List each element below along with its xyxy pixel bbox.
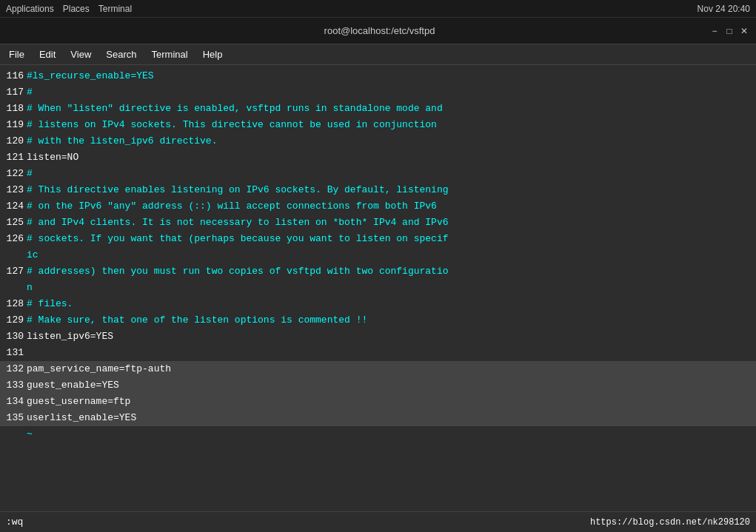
line-text: # listens on IPv4 sockets. This directiv…: [27, 117, 756, 133]
sysbar-places[interactable]: Places: [63, 4, 90, 14]
line-text: # Make sure, that one of the listen opti…: [27, 312, 756, 329]
line-number: 125: [0, 215, 27, 231]
terminal-line: 129# Make sure, that one of the listen o…: [0, 312, 756, 329]
menu-edit[interactable]: Edit: [33, 47, 61, 61]
sysbar-terminal-menu[interactable]: Terminal: [98, 4, 132, 14]
close-button[interactable]: ✕: [738, 25, 750, 37]
terminal-line: 127# addresses) then you must run two co…: [0, 263, 756, 280]
menu-terminal[interactable]: Terminal: [146, 47, 194, 61]
terminal-line: 119# listens on IPv4 sockets. This direc…: [0, 117, 756, 133]
statusbar: :wq https://blog.csdn.net/nk298120: [0, 511, 756, 532]
line-number: 133: [0, 377, 27, 394]
line-number: 124: [0, 198, 27, 215]
menu-search[interactable]: Search: [100, 47, 142, 61]
terminal-line: 116#ls_recurse_enable=YES: [0, 68, 756, 84]
menu-view[interactable]: View: [64, 47, 97, 61]
line-number: 118: [0, 101, 27, 117]
minimize-button[interactable]: −: [709, 25, 720, 37]
line-text: # addresses) then you must run two copie…: [27, 263, 756, 280]
terminal-line: 131: [0, 345, 756, 361]
titlebar-controls[interactable]: − □ ✕: [709, 25, 750, 37]
terminal-line: 121listen=NO: [0, 149, 756, 166]
terminal-line: 133guest_enable=YES: [0, 377, 756, 394]
line-number: 128: [0, 296, 27, 312]
line-number: 135: [0, 410, 27, 426]
terminal-line: 117#: [0, 84, 756, 101]
line-number: 117: [0, 84, 27, 101]
line-number: 130: [0, 329, 27, 345]
line-text: #: [27, 84, 756, 101]
line-number: 129: [0, 312, 27, 329]
status-url: https://blog.csdn.net/nk298120: [590, 517, 750, 528]
line-text: listen=NO: [27, 149, 756, 166]
line-number: 131: [0, 345, 27, 361]
line-text: n: [27, 280, 756, 296]
terminal-line: 120# with the listen_ipv6 directive.: [0, 133, 756, 149]
terminal-line: 135userlist_enable=YES: [0, 410, 756, 426]
terminal-line: 125# and IPv4 clients. It is not necessa…: [0, 215, 756, 231]
sysbar-apps[interactable]: Applications: [6, 4, 54, 14]
line-number: 122: [0, 166, 27, 182]
line-text: [27, 345, 756, 361]
line-text: userlist_enable=YES: [27, 410, 756, 426]
terminal-line: n: [0, 280, 756, 296]
titlebar-title: root@localhost:/etc/vsftpd: [50, 25, 709, 36]
terminal-line: 123# This directive enables listening on…: [0, 182, 756, 198]
terminal-line: ~: [0, 426, 756, 442]
terminal-line: ic: [0, 247, 756, 263]
menu-file[interactable]: File: [3, 47, 30, 61]
terminal-line: 128# files.: [0, 296, 756, 312]
line-text: # and IPv4 clients. It is not necessary …: [27, 215, 756, 231]
line-text: ic: [27, 247, 756, 263]
system-bar: Applications Places Terminal Nov 24 20:4…: [0, 0, 756, 18]
terminal-line: 130listen_ipv6=YES: [0, 329, 756, 345]
line-text: ~: [27, 426, 756, 442]
line-text: # sockets. If you want that (perhaps bec…: [27, 231, 756, 247]
line-number: 126: [0, 231, 27, 247]
terminal-content: 116#ls_recurse_enable=YES117#118# When "…: [0, 65, 756, 511]
line-number: 134: [0, 394, 27, 410]
terminal-line: 134guest_username=ftp: [0, 394, 756, 410]
line-number: 127: [0, 263, 27, 280]
line-text: # with the listen_ipv6 directive.: [27, 133, 756, 149]
line-number: [0, 426, 27, 442]
line-number: 120: [0, 133, 27, 149]
line-text: # When "listen" directive is enabled, vs…: [27, 101, 756, 117]
line-text: pam_service_name=ftp-auth: [27, 361, 756, 377]
line-text: # This directive enables listening on IP…: [27, 182, 756, 198]
terminal-line: 124# on the IPv6 "any" address (::) will…: [0, 198, 756, 215]
line-text: #ls_recurse_enable=YES: [27, 68, 756, 84]
line-number: 121: [0, 149, 27, 166]
status-command: :wq: [6, 516, 23, 528]
sysbar-datetime: Nov 24 20:40: [698, 4, 750, 14]
line-number: 116: [0, 68, 27, 84]
line-text: #: [27, 166, 756, 182]
line-number: [0, 247, 27, 263]
line-text: # on the IPv6 "any" address (::) will ac…: [27, 198, 756, 215]
terminal-line: 122#: [0, 166, 756, 182]
line-text: listen_ipv6=YES: [27, 329, 756, 345]
line-number: [0, 280, 27, 296]
maximize-button[interactable]: □: [723, 25, 735, 37]
line-number: 123: [0, 182, 27, 198]
titlebar: root@localhost:/etc/vsftpd − □ ✕: [0, 18, 756, 44]
line-number: 119: [0, 117, 27, 133]
terminal-line: 126# sockets. If you want that (perhaps …: [0, 231, 756, 247]
terminal-line: 132pam_service_name=ftp-auth: [0, 361, 756, 377]
menu-help[interactable]: Help: [197, 47, 229, 61]
menubar: File Edit View Search Terminal Help: [0, 44, 756, 65]
line-text: guest_enable=YES: [27, 377, 756, 394]
sysbar-left: Applications Places Terminal: [6, 4, 132, 14]
line-text: # files.: [27, 296, 756, 312]
line-number: 132: [0, 361, 27, 377]
terminal-line: 118# When "listen" directive is enabled,…: [0, 101, 756, 117]
line-text: guest_username=ftp: [27, 394, 756, 410]
